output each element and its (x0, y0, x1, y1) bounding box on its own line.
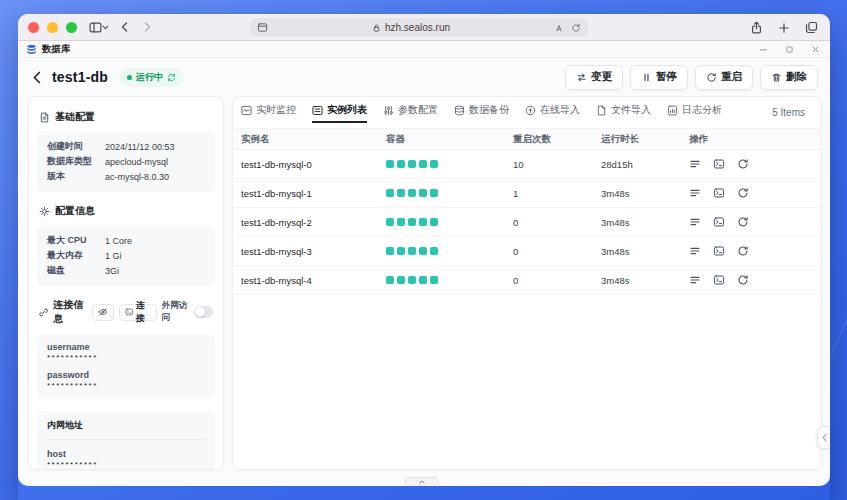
new-tab-icon[interactable] (778, 22, 790, 34)
restart-icon (706, 72, 717, 83)
tab-instance-list[interactable]: 实例列表 (312, 101, 367, 123)
status-badge: 运行中 (119, 68, 184, 87)
zoom-window-button[interactable] (66, 22, 77, 33)
link-icon (39, 307, 48, 318)
log-icon[interactable] (689, 158, 701, 170)
tab-data-backup[interactable]: 数据备份 (454, 101, 509, 123)
table-row[interactable]: test1-db-mysql-1 1 3m48s (233, 179, 821, 208)
table-row[interactable]: test1-db-mysql-4 0 3m48s (233, 266, 821, 295)
desktop-background: hzh.sealos.run (0, 0, 847, 500)
basic-config-section: 基础配置 (39, 110, 213, 124)
restart-icon[interactable] (737, 274, 749, 286)
credentials-card: username *********** password **********… (37, 334, 215, 399)
tab-parameter-config[interactable]: 参数配置 (383, 101, 438, 123)
forward-icon[interactable] (141, 21, 153, 33)
instances-table: 实例名 容器 重启次数 运行时长 操作 test1-db-mysql-0 10 (233, 128, 821, 295)
container-status-square (386, 276, 394, 284)
chevron-down-icon (102, 24, 109, 31)
container-status-square (408, 160, 416, 168)
db-detail-header: test1-db 运行中 变更 (18, 58, 830, 96)
address-bar[interactable]: hzh.sealos.run (250, 18, 588, 37)
db-info-sidebar: 基础配置 创建时间2024/11/12 00:53 数据库类型apecloud-… (28, 96, 224, 470)
container-status-square (430, 218, 438, 226)
info-row: 磁盘3Gi (47, 263, 205, 278)
container-status-square (408, 189, 416, 197)
table-row[interactable]: test1-db-mysql-3 0 3m48s (233, 237, 821, 266)
share-icon[interactable] (750, 21, 763, 34)
container-status (386, 247, 513, 255)
log-icon[interactable] (689, 245, 701, 257)
table-row[interactable]: test1-db-mysql-0 10 28d15h (233, 150, 821, 179)
connect-button[interactable]: 连接 (119, 304, 157, 321)
restart-icon[interactable] (737, 187, 749, 199)
container-status-square (430, 247, 438, 255)
masked-value[interactable]: *********** (47, 460, 205, 470)
intranet-title: 内网地址 (47, 419, 205, 432)
pause-button[interactable]: 暂停 (630, 65, 688, 90)
sidebar-toggle-icon[interactable] (89, 21, 109, 34)
sync-icon[interactable] (167, 73, 176, 82)
container-status-square (386, 218, 394, 226)
container-status-square (386, 247, 394, 255)
db-name-title: test1-db (52, 69, 108, 85)
traffic-lights (28, 22, 77, 33)
delete-button[interactable]: 删除 (760, 65, 818, 90)
app-maximize-icon[interactable] (785, 45, 794, 54)
container-status-square (386, 160, 394, 168)
panel-tabs: 实时监控 实例列表 参数配置 (233, 97, 821, 123)
trash-icon (771, 72, 782, 83)
back-icon[interactable] (119, 21, 131, 33)
restart-icon[interactable] (737, 216, 749, 228)
bottom-collapse-handle[interactable] (405, 477, 439, 486)
restart-button[interactable]: 重启 (695, 65, 753, 90)
translate-icon[interactable] (554, 23, 564, 33)
container-status (386, 160, 513, 168)
header-actions: 变更 暂停 重启 删除 (565, 65, 818, 90)
change-button[interactable]: 变更 (565, 65, 623, 90)
log-analysis-icon (667, 105, 678, 116)
lock-icon (372, 23, 381, 33)
app-minimize-icon[interactable] (759, 45, 768, 54)
right-drawer-handle[interactable] (817, 426, 830, 449)
reload-icon[interactable] (571, 23, 581, 33)
masked-value[interactable]: *********** (47, 353, 205, 363)
table-row[interactable]: test1-db-mysql-2 0 3m48s (233, 208, 821, 237)
container-status-square (430, 160, 438, 168)
container-status-square (397, 189, 405, 197)
tab-realtime-monitor[interactable]: 实时监控 (241, 101, 296, 123)
container-status-square (419, 160, 427, 168)
restart-icon[interactable] (737, 158, 749, 170)
terminal-icon[interactable] (713, 158, 725, 170)
terminal-icon[interactable] (713, 187, 725, 199)
backup-db-icon (454, 105, 465, 116)
sliders-icon (383, 105, 394, 116)
terminal-icon[interactable] (713, 245, 725, 257)
tab-overview-icon[interactable] (805, 21, 818, 34)
external-access-toggle[interactable] (194, 306, 213, 318)
minimize-window-button[interactable] (47, 22, 58, 33)
tab-log-analysis[interactable]: 日志分析 (667, 101, 722, 123)
masked-value[interactable]: *********** (47, 381, 205, 391)
show-password-button[interactable] (92, 304, 114, 321)
restart-icon[interactable] (737, 245, 749, 257)
log-icon[interactable] (689, 274, 701, 286)
container-status (386, 276, 513, 284)
tab-online-import[interactable]: 在线导入 (525, 101, 580, 123)
terminal-icon[interactable] (713, 274, 725, 286)
log-icon[interactable] (689, 187, 701, 199)
sealos-desktop: 数据库 test1-db (18, 41, 830, 500)
container-status-square (408, 276, 416, 284)
tab-file-import[interactable]: 文件导入 (596, 101, 651, 123)
app-close-icon[interactable] (811, 45, 820, 54)
log-icon[interactable] (689, 216, 701, 228)
instances-panel: 实时监控 实例列表 参数配置 (232, 96, 822, 470)
gear-icon (39, 206, 50, 217)
file-text-icon (39, 112, 50, 123)
status-label: 运行中 (136, 71, 163, 84)
back-button[interactable] (30, 70, 45, 85)
close-window-button[interactable] (28, 22, 39, 33)
monitor-icon (241, 105, 252, 116)
external-access-label: 外网访问 (162, 300, 190, 324)
page-preview-icon[interactable] (257, 22, 268, 33)
terminal-icon[interactable] (713, 216, 725, 228)
